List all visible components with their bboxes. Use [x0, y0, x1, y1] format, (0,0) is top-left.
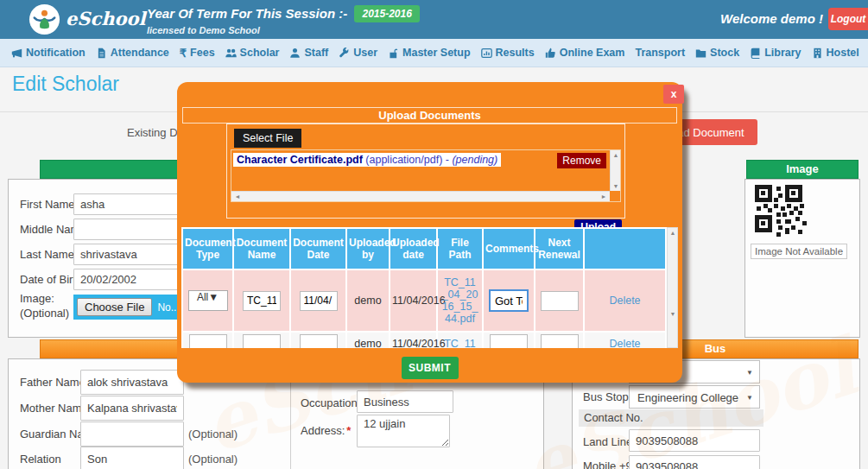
comments-input[interactable] — [489, 289, 529, 312]
vertical-scrollbar[interactable]: ▲▼ — [610, 150, 620, 191]
document-icon — [96, 48, 107, 59]
nav-item-results[interactable]: Results — [481, 47, 535, 59]
megaphone-icon — [11, 48, 22, 59]
table-row: All▼ demo 11/04/2016 TC_11_04_2016_15_44… — [183, 270, 665, 331]
nav-item-fees[interactable]: ₹ Fees — [180, 47, 215, 60]
nav-item-scholar[interactable]: Scholar — [225, 47, 280, 59]
logout-button[interactable]: Logout — [828, 8, 868, 30]
chart-icon — [481, 48, 492, 59]
uploaded-by-cell: demo — [347, 270, 389, 331]
file-entry: Character Certificate.pdf (application/p… — [233, 153, 501, 167]
relation-input[interactable] — [80, 447, 184, 469]
col-document-date: Document Date — [291, 229, 345, 269]
col-next-renewal: Next Renewal — [535, 229, 583, 269]
unlock-icon — [388, 48, 399, 59]
doc-name-input[interactable] — [243, 334, 281, 348]
select-file-button[interactable]: Select File — [234, 129, 301, 148]
scroll-up-icon[interactable]: ▲ — [611, 152, 621, 158]
father-name-input[interactable] — [80, 370, 184, 395]
nav-item-hostel[interactable]: Hostel — [812, 47, 859, 59]
nav-item-online-exam[interactable]: Online Exam — [545, 47, 625, 59]
horizontal-scrollbar[interactable]: ◄► — [231, 191, 610, 201]
scroll-right-icon[interactable]: ► — [599, 193, 609, 200]
file-path-link[interactable]: TC_11_04 — [440, 338, 480, 348]
relation-optional-label: (Optional) — [188, 453, 238, 466]
mother-name-input[interactable] — [80, 396, 184, 421]
address-label: Address:* — [301, 424, 351, 437]
comments-input[interactable] — [490, 334, 528, 348]
table-vertical-scrollbar[interactable]: ▲ ▼ — [667, 227, 678, 348]
welcome-text: Welcome demo ! — [720, 11, 823, 26]
qr-code-image — [755, 183, 808, 240]
next-renewal-input[interactable] — [541, 291, 579, 311]
building-icon — [812, 48, 823, 59]
nav-item-stock[interactable]: Stock — [695, 47, 739, 59]
nav-item-staff[interactable]: Staff — [289, 47, 328, 59]
col-actions — [585, 229, 665, 269]
upload-box: Select File Character Certificate.pdf (a… — [226, 124, 625, 219]
delete-link[interactable]: Delete — [607, 338, 642, 348]
doc-name-input[interactable] — [243, 291, 281, 311]
file-list: Character Certificate.pdf (application/p… — [231, 149, 621, 202]
scroll-down-icon[interactable]: ▼ — [611, 183, 621, 189]
close-icon[interactable]: x — [663, 85, 684, 104]
chevron-down-icon: ▼ — [746, 393, 753, 401]
app-screen: eSchool Year Of Term For This Session :-… — [0, 0, 868, 469]
col-uploaded-date: Uploaded date — [390, 229, 436, 269]
nav-item-master-setup[interactable]: Master Setup — [388, 47, 471, 59]
submit-button[interactable]: SUBMIT — [402, 357, 459, 379]
brand-name: eSchool — [66, 8, 146, 29]
uploaded-date-cell: 11/04/2016 — [390, 333, 436, 348]
land-line-input[interactable] — [629, 429, 760, 452]
uploaded-by-cell: demo — [347, 333, 389, 348]
delete-link[interactable]: Delete — [607, 295, 642, 307]
doc-date-input[interactable] — [300, 291, 338, 311]
nav-item-notification[interactable]: Notification — [11, 47, 86, 59]
guardian-optional-label: (Optional) — [188, 428, 238, 440]
thumbs-up-icon — [545, 48, 556, 59]
mobile-input[interactable] — [629, 455, 760, 469]
next-renewal-input[interactable] — [541, 334, 579, 348]
address-textarea[interactable]: 12 ujjain — [357, 415, 450, 447]
image-not-available-label: Image Not Available — [751, 244, 847, 259]
col-document-type: Document Type — [183, 229, 232, 269]
guardian-name-input[interactable] — [80, 421, 184, 447]
nav-item-library[interactable]: Library — [750, 47, 801, 59]
doc-type-input[interactable] — [189, 334, 227, 348]
relation-label: Relation — [20, 453, 61, 466]
documents-table: Document Type Document Name Document Dat… — [181, 227, 667, 348]
bus-stop-select[interactable]: Engineering College▼ — [629, 385, 760, 409]
col-document-name: Document Name — [234, 229, 289, 269]
choose-file-button[interactable]: Choose File — [77, 298, 152, 316]
nav-item-transport[interactable]: Transport — [635, 47, 685, 59]
remove-file-button[interactable]: Remove — [557, 153, 606, 168]
image-section-header: Image — [746, 160, 858, 179]
land-line-label: Land Line: — [583, 435, 636, 448]
col-file-path: File Path — [438, 229, 482, 269]
chevron-down-icon: ▼ — [746, 368, 753, 376]
folder-icon — [695, 48, 706, 59]
book-icon — [750, 48, 761, 59]
file-pending-status: (pending) — [452, 154, 497, 166]
nav-item-user[interactable]: User — [339, 47, 377, 59]
scroll-up-icon[interactable]: ▲ — [668, 230, 678, 236]
doc-date-input[interactable] — [300, 334, 338, 348]
wrench-icon — [339, 48, 350, 59]
scroll-left-icon[interactable]: ◄ — [232, 193, 243, 200]
file-path-link[interactable]: TC_11_04_2016_15_44.pdf — [440, 276, 480, 325]
license-text: licensed to Demo School — [147, 25, 260, 35]
file-name: Character Certificate.pdf — [237, 154, 363, 166]
rupee-icon: ₹ — [180, 47, 187, 60]
documents-table-wrap: Document Type Document Name Document Dat… — [181, 227, 667, 348]
occupation-input[interactable] — [357, 390, 453, 413]
scroll-down-icon[interactable]: ▼ — [668, 311, 678, 317]
upload-documents-modal: x Upload Documents Select File Character… — [177, 82, 682, 383]
image-optional-label: (Optional) — [20, 307, 69, 320]
doc-type-select[interactable]: All▼ — [188, 290, 228, 311]
modal-title: Upload Documents — [182, 107, 677, 124]
nav-item-attendance[interactable]: Attendance — [96, 47, 169, 59]
page-title: Edit Scholar — [12, 73, 119, 96]
contact-no-heading: Contact No. — [579, 409, 763, 427]
image-label: Image: — [20, 292, 54, 305]
eschool-logo-icon — [29, 3, 60, 35]
